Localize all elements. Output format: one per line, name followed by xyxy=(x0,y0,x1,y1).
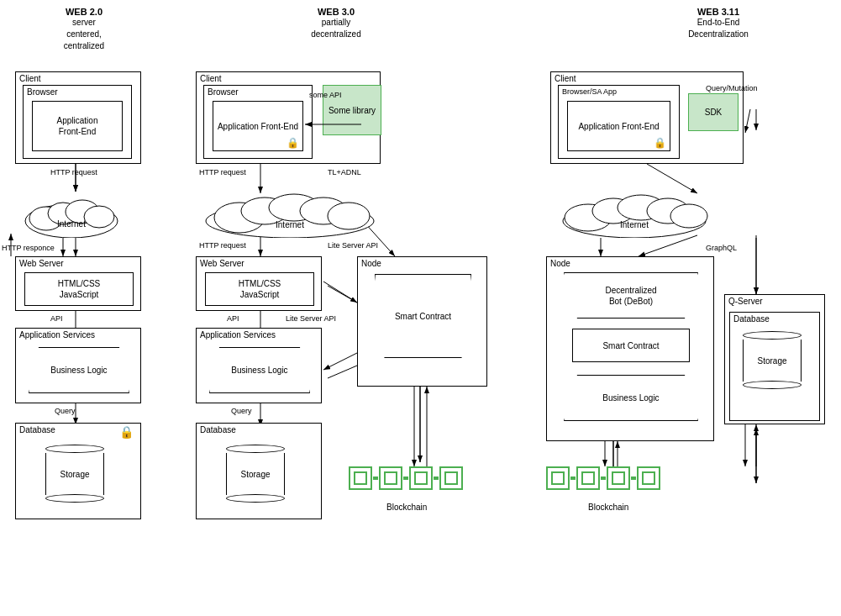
web30-database-label: Database xyxy=(200,425,236,434)
web30-smartcontract-label: Smart Contract xyxy=(395,312,451,321)
web20-webserver-box: Web Server HTML/CSSJavaScript xyxy=(15,256,141,311)
svg-point-29 xyxy=(84,206,114,228)
bc-sq2 xyxy=(379,466,402,490)
web311-debot-label: DecentralizedBot (DeBot) xyxy=(605,285,656,307)
web311-sdk-box: SDK xyxy=(688,93,739,131)
web30-client-box: Client Browser Application Front-End 🔒 S… xyxy=(196,71,381,164)
svg-line-50 xyxy=(745,109,750,133)
web20-cyl-top xyxy=(45,445,104,453)
web30-cyl-top xyxy=(226,445,285,453)
bc311-link3 xyxy=(631,476,636,480)
web20-client-label: Client xyxy=(19,74,41,83)
web30-appservices-label: Application Services xyxy=(200,330,276,340)
web20-htmlcss-label: HTML/CSSJavaScript xyxy=(58,278,101,300)
web30-cyl-bottom xyxy=(226,494,285,503)
web30-cyl-body: Storage xyxy=(226,453,285,495)
web20-database-label: Database xyxy=(19,425,55,434)
svg-point-36 xyxy=(328,203,370,229)
web311-lock-icon: 🔒 xyxy=(654,137,666,149)
web20-businesslogic-trap: Business Logic xyxy=(29,347,129,393)
web311-browser-box: Browser/SA App Application Front-End 🔒 xyxy=(558,85,680,159)
web20-cyl-body: Storage xyxy=(45,453,104,495)
web30-tladnl-label: TL+ADNL xyxy=(328,168,361,176)
web20-http-response-label: HTTP responce xyxy=(2,244,55,252)
web30-webserver-label: Web Server xyxy=(200,259,244,268)
web30-browser-label: Browser xyxy=(208,87,239,97)
web311-node-box: Node DecentralizedBot (DeBot) Smart Cont… xyxy=(546,256,714,441)
web20-database-box: Database 🔒 Storage xyxy=(15,423,141,519)
web30-storage-cylinder: Storage xyxy=(226,445,285,503)
web20-appservices-label: Application Services xyxy=(19,330,95,340)
web20-header: WEB 2.0 servercentered,centralized xyxy=(34,7,134,52)
web30-htmlcss-box: HTML/CSSJavaScript xyxy=(205,272,314,306)
web30-http-request-label: HTTP request xyxy=(199,168,246,176)
web30-database-box: Database Storage xyxy=(196,423,322,519)
bc311-sq3 xyxy=(607,466,630,490)
web311-qserver-db-label: Database xyxy=(733,314,770,324)
web30-frontend-box: Application Front-End 🔒 xyxy=(213,101,303,151)
web30-blockchain xyxy=(349,466,463,490)
web20-businesslogic-label: Business Logic xyxy=(50,365,107,376)
web20-browser-box: Browser ApplicationFront-End xyxy=(23,85,132,159)
web30-businesslogic-trap: Business Logic xyxy=(209,347,310,393)
bc311-link2 xyxy=(601,476,606,480)
web30-query-label: Query xyxy=(231,407,252,415)
web20-query-label: Query xyxy=(55,407,76,415)
web30-subtitle: partiallydecentralized xyxy=(286,17,386,40)
bc311-link1 xyxy=(570,476,576,480)
web20-webserver-label: Web Server xyxy=(19,259,64,268)
web20-browser-label: Browser xyxy=(27,87,58,97)
web30-internet: Internet xyxy=(193,189,386,238)
web30-header: WEB 3.0 partiallydecentralized xyxy=(286,7,386,40)
svg-line-49 xyxy=(323,353,357,370)
web311-browser-label: Browser/SA App xyxy=(562,87,617,96)
web30-frontend-label: Application Front-End xyxy=(218,121,298,132)
web311-smartcontract-box: Smart Contract xyxy=(572,329,690,362)
web311-qserver-label: Q-Server xyxy=(728,297,763,306)
web311-cyl-top xyxy=(743,331,802,340)
web30-appservices-box: Application Services Business Logic xyxy=(196,328,322,403)
web30-api-label: API xyxy=(227,314,239,323)
svg-text:Internet: Internet xyxy=(57,219,86,229)
web30-title: WEB 3.0 xyxy=(286,7,386,17)
web30-lock-icon: 🔒 xyxy=(286,137,299,149)
web311-debot-trap: DecentralizedBot (DeBot) xyxy=(564,272,698,319)
bc311-sq2 xyxy=(576,466,600,490)
web311-title: WEB 3.11 xyxy=(668,7,769,17)
web20-storage-cylinder: Storage xyxy=(45,445,104,503)
web20-client-box: Client Browser ApplicationFront-End xyxy=(15,71,141,164)
web20-appservices-box: Application Services Business Logic xyxy=(15,328,141,403)
web20-api-label: API xyxy=(50,314,63,323)
bc-sq3 xyxy=(409,466,433,490)
web30-node-label: Node xyxy=(361,259,381,268)
web20-http-request-label: HTTP request xyxy=(50,168,97,176)
web311-qserver-box: Q-Server Database Storage xyxy=(724,294,825,424)
web311-client-label: Client xyxy=(555,74,576,83)
web311-sdk-label: SDK xyxy=(705,108,723,117)
web30-http-request2-label: HTTP request xyxy=(199,241,246,250)
web20-subtitle: servercentered,centralized xyxy=(34,17,134,52)
web311-internet: Internet xyxy=(550,189,718,238)
web311-cyl-bottom xyxy=(743,381,802,389)
web311-businesslogic-label: Business Logic xyxy=(602,393,659,403)
web30-businesslogic-label: Business Logic xyxy=(231,365,287,376)
web311-header: WEB 3.11 End-to-EndDecentralization xyxy=(668,7,769,40)
web311-querymutation-label: Query/Mutation xyxy=(706,84,758,92)
svg-point-43 xyxy=(670,204,707,228)
svg-line-48 xyxy=(323,282,357,303)
web30-liteserver-label: Lite Server API xyxy=(328,241,378,250)
web311-blockchain-label: Blockchain xyxy=(588,503,628,512)
svg-text:Internet: Internet xyxy=(276,220,304,229)
web30-somelibrary-label: Some library xyxy=(329,105,376,116)
bc311-sq4 xyxy=(637,466,660,490)
web20-title: WEB 2.0 xyxy=(34,7,134,17)
web311-blockchain xyxy=(546,466,660,490)
web311-qserver-db-box: Database Storage xyxy=(729,312,820,421)
web311-frontend-label: Application Front-End xyxy=(578,121,659,132)
bc-link2 xyxy=(403,476,408,480)
bc-link3 xyxy=(434,476,439,480)
web311-graphql-label: GraphQL xyxy=(706,244,737,252)
web30-smartcontract-trap: Smart Contract xyxy=(375,274,471,358)
bc-sq1 xyxy=(349,466,372,490)
web30-browser-box: Browser Application Front-End 🔒 xyxy=(203,85,313,159)
